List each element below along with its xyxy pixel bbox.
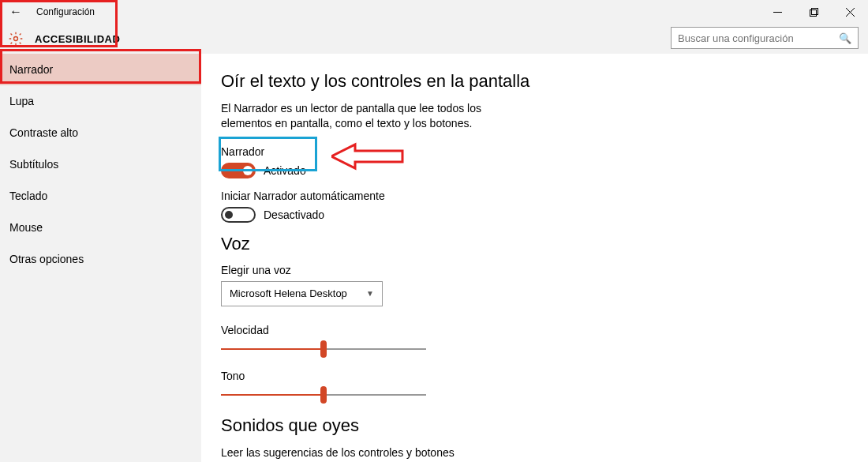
window-controls: [759, 0, 868, 24]
sidebar-item-label: Teclado: [9, 190, 47, 202]
titlebar: ← Configuración: [0, 0, 868, 24]
sidebar-item-label: Contraste alto: [9, 126, 78, 139]
header: ACCESIBILIDAD 🔍: [0, 24, 868, 54]
voice-label: Elegir una voz: [221, 264, 852, 276]
search-box[interactable]: 🔍: [671, 27, 859, 49]
page-title: ACCESIBILIDAD: [35, 33, 120, 45]
search-icon: 🔍: [839, 32, 851, 44]
sidebar-item-lupa[interactable]: Lupa: [0, 85, 201, 117]
sidebar-item-label: Otras opciones: [9, 253, 84, 265]
sounds-desc: Leer las sugerencias de los controles y …: [221, 445, 533, 460]
speed-slider[interactable]: [221, 341, 426, 357]
sidebar-item-label: Narrador: [9, 63, 53, 76]
sidebar-item-label: Subtítulos: [9, 158, 58, 171]
toggle-auto-narrador[interactable]: [221, 207, 256, 223]
voice-dropdown-value: Microsoft Helena Desktop: [230, 287, 347, 299]
speed-label: Velocidad: [221, 324, 426, 336]
back-button[interactable]: ←: [9, 5, 22, 19]
tone-label: Tono: [221, 370, 426, 382]
svg-rect-1: [810, 9, 816, 16]
sidebar: Narrador Lupa Contraste alto Subtítulos …: [0, 54, 201, 462]
svg-point-5: [14, 37, 18, 41]
sidebar-item-contraste[interactable]: Contraste alto: [0, 117, 201, 148]
sidebar-item-mouse[interactable]: Mouse: [0, 212, 201, 243]
toggle-label-narrador: Narrador: [221, 145, 852, 158]
window-title: Configuración: [36, 6, 95, 17]
toggle-label-auto: Iniciar Narrador automáticamente: [221, 190, 852, 202]
voice-dropdown[interactable]: Microsoft Helena Desktop ▼: [221, 281, 383, 306]
section-heading-hear: Oír el texto y los controles en la panta…: [221, 71, 852, 92]
section-heading-voice: Voz: [221, 234, 852, 254]
sidebar-item-narrador[interactable]: Narrador: [0, 54, 201, 85]
maximize-button[interactable]: [795, 0, 832, 24]
sidebar-item-otras[interactable]: Otras opciones: [0, 243, 201, 275]
svg-rect-2: [811, 8, 817, 14]
section-heading-sounds: Sonidos que oyes: [221, 415, 852, 436]
sidebar-item-label: Mouse: [9, 221, 43, 234]
slider-thumb[interactable]: [320, 340, 327, 358]
sidebar-item-label: Lupa: [9, 95, 34, 107]
minimize-button[interactable]: [759, 0, 795, 24]
tone-slider[interactable]: [221, 387, 426, 403]
slider-thumb[interactable]: [320, 386, 327, 404]
toggle-state-narrador: Activado: [264, 164, 306, 177]
chevron-down-icon: ▼: [366, 289, 374, 298]
toggle-state-auto: Desactivado: [264, 208, 324, 221]
section-desc: El Narrador es un lector de pantalla que…: [221, 101, 533, 131]
content: Oír el texto y los controles en la panta…: [201, 54, 868, 462]
toggle-narrador[interactable]: [221, 163, 256, 178]
search-input[interactable]: [678, 32, 839, 44]
sidebar-item-teclado[interactable]: Teclado: [0, 180, 201, 212]
gear-icon: [8, 31, 24, 47]
sidebar-item-subtitulos[interactable]: Subtítulos: [0, 148, 201, 180]
close-button[interactable]: [832, 0, 868, 24]
